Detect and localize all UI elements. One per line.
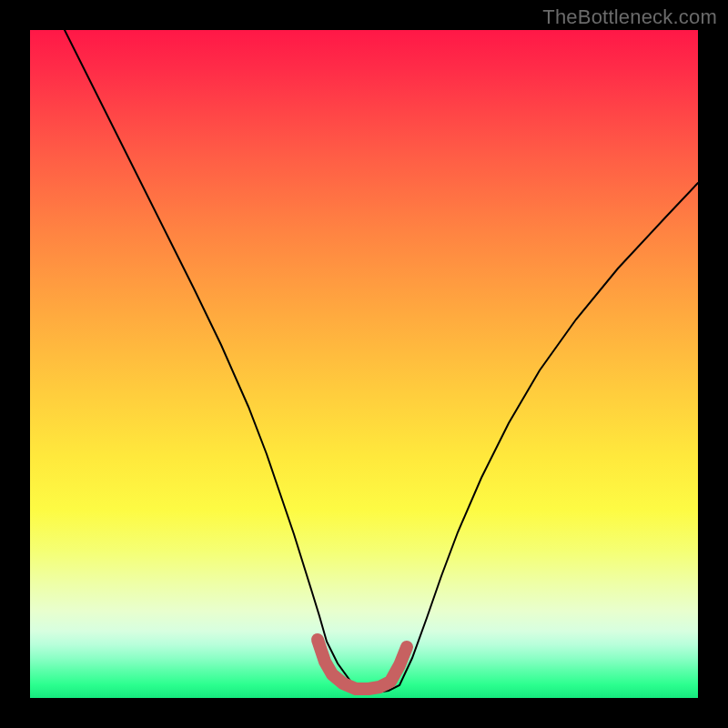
main-curve-path [65, 30, 698, 693]
plot-area [30, 30, 698, 698]
watermark-text: TheBottleneck.com [542, 5, 717, 29]
curve-svg [30, 30, 698, 698]
ideal-zone-path [318, 640, 407, 689]
chart-stage: TheBottleneck.com [0, 0, 728, 728]
